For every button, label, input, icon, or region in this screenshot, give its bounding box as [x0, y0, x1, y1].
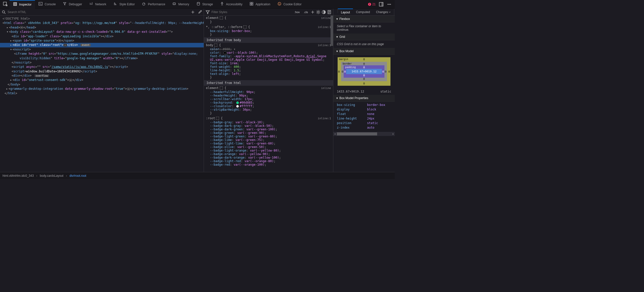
prop-font-family[interactable]: font-family: -apple-system,BlinkMacSyste… — [210, 54, 331, 62]
styles-pane[interactable]: element {inline } *, ::after, ::before {… — [204, 16, 333, 172]
box-model-prop-row[interactable]: line-height24px — [337, 116, 391, 121]
breadcrumb-item-active[interactable]: div#root.root — [69, 174, 86, 178]
root-node-selected[interactable]: ▸<div id="root" class="root">⋯</div> eve… — [0, 43, 204, 47]
eyedropper-icon[interactable] — [198, 10, 202, 14]
prop-line-height[interactable]: line-height: 1.5; — [210, 69, 331, 72]
sprite-node[interactable]: ▸<span id="sprite-source">⋯</span> — [0, 39, 204, 43]
breadcrumb-item[interactable]: html.vbhnhhn.idc0_343 — [3, 174, 34, 178]
cookie-icon — [277, 2, 281, 7]
onetrust-node[interactable]: ▸<div id="onetrust-consent-sdk">⋯</div> — [0, 78, 204, 82]
sidebar-toggle-icon[interactable] — [333, 9, 338, 13]
tab-network[interactable]: Network — [86, 0, 110, 9]
body-close-node[interactable]: </body> — [0, 82, 204, 87]
tab-cookie-editor[interactable]: Cookie Editor — [274, 0, 305, 9]
tab-changes[interactable]: Changes — [373, 9, 394, 16]
noscript-close-node[interactable]: </noscript> — [0, 61, 204, 65]
print-media-icon[interactable] — [327, 10, 332, 14]
cls-toggle[interactable]: .cls — [302, 10, 310, 14]
bm-content-dims[interactable]: 1433.67×9019.12 — [346, 69, 382, 74]
prop-text-align[interactable]: text-align: left; — [210, 72, 331, 76]
script-async-node[interactable]: <script async="" src="/samw/static/js/ap… — [0, 65, 204, 69]
flex-highlight-icon[interactable] — [243, 25, 246, 28]
box-model-prop-row[interactable]: floatnone — [337, 112, 391, 116]
script-build-node[interactable]: <script>window.buildDate=1665434189692</… — [0, 69, 204, 74]
iframe-node[interactable]: <iframe height="0" src="https://www.goog… — [0, 52, 204, 61]
html-node[interactable]: <html class=" vbhnhhn idc0_343" prefix="… — [0, 21, 204, 25]
grammarly-node[interactable]: ▸<grammarly-desktop-integration data-gra… — [0, 87, 204, 91]
scroll-left-arrow[interactable]: ‹ — [333, 132, 337, 136]
head-node[interactable]: ▸<head>⋯</head> — [0, 25, 204, 30]
add-rule-icon[interactable] — [310, 10, 315, 14]
tab-memory[interactable]: Memory — [169, 0, 193, 9]
box-model-props-header[interactable]: ▾Box Model Properties — [333, 95, 395, 102]
div-empty-node[interactable]: <div></div> overflow — [0, 74, 204, 78]
svg-point-15 — [279, 5, 279, 5]
rule-universal[interactable]: *, ::after, ::before {inline:1 — [204, 25, 333, 29]
tab-style-editor[interactable]: Style Editor — [110, 0, 138, 9]
flexbox-accordion-header[interactable]: ▾Flexbox — [333, 16, 395, 22]
element-picker-icon[interactable] — [3, 2, 8, 7]
prop-font-weight[interactable]: font-weight: 400; — [210, 65, 331, 69]
tab-console[interactable]: Console — [35, 0, 59, 9]
tab-application[interactable]: Application — [246, 0, 274, 9]
overridden-filter-icon[interactable]: ▾ — [234, 47, 235, 51]
svg-point-14 — [280, 4, 280, 4]
rule-element[interactable]: element {inline — [204, 16, 333, 20]
box-model-accordion-header[interactable]: ▾Box Model — [333, 48, 395, 55]
flex-highlight-icon[interactable] — [220, 16, 223, 19]
box-model-prop-row[interactable]: z-indexauto — [337, 125, 391, 130]
scroll-right-arrow[interactable]: › — [391, 132, 395, 136]
box-model-prop-row[interactable]: box-sizingborder-box — [337, 103, 391, 107]
grid-accordion-header[interactable]: ▾Grid — [333, 34, 395, 40]
tab-debugger[interactable]: Debugger — [59, 0, 86, 9]
layout-horizontal-scrollbar[interactable]: ‹› — [333, 132, 395, 136]
errors-indicator[interactable]: 21 — [368, 3, 376, 6]
box-model-prop-row[interactable]: positionstatic — [337, 121, 391, 125]
performance-icon — [142, 2, 146, 7]
more-options-icon[interactable] — [387, 2, 392, 7]
tab-storage[interactable]: Storage — [193, 0, 217, 9]
dock-side-icon[interactable] — [379, 2, 384, 7]
styles-scrollbar[interactable] — [331, 16, 333, 172]
hov-toggle[interactable]: :hov — [293, 10, 301, 14]
rule-body[interactable]: body {inline:1 — [204, 43, 333, 47]
add-node-icon[interactable] — [191, 10, 195, 14]
overflow-badge[interactable]: overflow — [34, 74, 49, 77]
svg-point-24 — [2, 11, 5, 13]
chevron-down-icon: ▾ — [336, 49, 338, 53]
tab-layout[interactable]: Layout — [338, 9, 353, 16]
light-theme-icon[interactable] — [316, 10, 320, 14]
filter-styles-input[interactable] — [211, 10, 292, 14]
app-loader-node[interactable]: <div id="app-loader" class="appLoading i… — [0, 34, 204, 39]
search-html-input[interactable] — [8, 10, 189, 14]
flex-highlight-icon[interactable] — [220, 86, 223, 90]
prop-color[interactable]: color: var(--black-100); — [210, 51, 331, 54]
color-swatch[interactable] — [236, 105, 239, 108]
body-node[interactable]: ▾<body class="cardsLayout" data-new-gr-c… — [0, 30, 204, 34]
flex-highlight-icon[interactable] — [216, 117, 219, 120]
doctype-node[interactable]: <!DOCTYPE html> — [3, 17, 30, 20]
tab-label: Changes — [376, 10, 388, 14]
breadcrumb-item[interactable]: body.cardsLayout — [40, 174, 63, 178]
rule-root[interactable]: :root {inline:1 — [204, 116, 333, 121]
contrast-icon[interactable] — [321, 10, 326, 14]
color-swatch[interactable] — [224, 51, 226, 54]
tab-label: Cookie Editor — [283, 3, 302, 6]
html-close-node[interactable]: </html> — [0, 91, 204, 96]
event-badge[interactable]: event — [81, 44, 91, 46]
dom-tree-pane[interactable]: <!DOCTYPE html> <html class=" vbhnhhn id… — [0, 16, 204, 172]
box-model-prop-row[interactable]: displayblock — [337, 107, 391, 112]
box-model-diagram[interactable]: margin 0 0 0 0 border 0 0 0 0 padding 0 … — [338, 57, 390, 86]
tab-accessibility[interactable]: Accessibility — [217, 0, 246, 9]
prop-color-strike[interactable]: color: #000; ▾ — [210, 47, 331, 51]
prop-font-size[interactable]: font-size: 1rem; — [210, 62, 331, 65]
tab-inspector[interactable]: Inspector — [10, 0, 35, 9]
noscript-open-node[interactable]: ▾<noscript> — [0, 47, 204, 52]
tab-computed[interactable]: Computed — [353, 9, 373, 16]
style-editor-icon — [113, 2, 117, 7]
tab-performance[interactable]: Performance — [138, 0, 169, 9]
flex-highlight-icon[interactable] — [214, 44, 217, 47]
rule-element-html[interactable]: element {inline — [204, 86, 333, 90]
layout-pane[interactable]: ▾Flexbox Select a Flex container or item… — [333, 16, 395, 172]
color-swatch[interactable] — [236, 101, 239, 104]
